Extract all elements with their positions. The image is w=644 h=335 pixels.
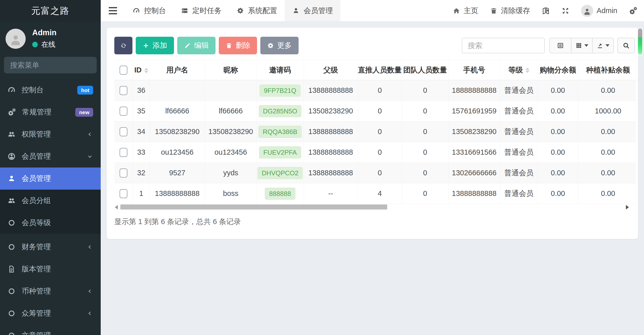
gear-icon: [267, 42, 274, 49]
cell-nickname: ou123456: [205, 142, 257, 163]
row-checkbox[interactable]: [120, 107, 127, 116]
cell-nickname: lf66666: [205, 101, 257, 121]
row-checkbox[interactable]: [120, 86, 127, 95]
table-row[interactable]: 1 13888888888 boss 888888 -- 4 0 1388888…: [114, 183, 636, 204]
delete-button[interactable]: 删除: [219, 37, 257, 54]
horizontal-scrollbar-thumb[interactable]: [120, 204, 387, 210]
tab-scheduled-tasks[interactable]: 定时任务: [173, 0, 229, 21]
sidebar-item-general[interactable]: 常规管理 new: [0, 101, 101, 123]
user-menu[interactable]: Admin: [581, 5, 617, 17]
home-link[interactable]: 主页: [453, 6, 478, 16]
brand-title: 元富之路: [0, 0, 101, 22]
scroll-right-arrow-icon[interactable]: [626, 205, 629, 210]
cell-phone: 15761691959: [448, 101, 500, 121]
edit-button[interactable]: 编辑: [177, 37, 216, 54]
sidebar-item-dashboard[interactable]: 控制台 hot: [0, 79, 101, 101]
column-header-direct-count: 直推人员数量: [358, 60, 402, 80]
sidebar-item-currencies[interactable]: 币种管理: [0, 280, 101, 302]
cell-plant-balance: 1000.00: [578, 101, 636, 121]
submenu-item-member-levels[interactable]: 会员等级: [0, 212, 101, 234]
cell-phone: 13316691566: [448, 142, 500, 163]
file-icon: [8, 265, 16, 273]
cell-shop-balance: 0.00: [538, 101, 578, 121]
row-checkbox[interactable]: [120, 189, 127, 198]
sidebar-item-finance[interactable]: 财务管理: [0, 236, 101, 258]
table-row[interactable]: 33 ou123456 ou123456 FUEV2PFA 1388888888…: [114, 142, 636, 163]
cell-id: 32: [133, 163, 150, 183]
refresh-button[interactable]: [114, 37, 132, 54]
caret-down-icon: [584, 44, 588, 47]
sidebar-item-articles[interactable]: 文章管理: [0, 324, 101, 335]
cell-phone: 18888888888: [448, 80, 500, 101]
column-header-level[interactable]: 等级: [500, 60, 538, 80]
cell-plant-balance: 0.00: [578, 163, 636, 183]
fullscreen-icon[interactable]: [561, 7, 569, 15]
cell-id: 35: [133, 101, 150, 121]
gear-icon: [237, 7, 244, 14]
search-icon: [622, 41, 630, 50]
submenu-item-member-management[interactable]: 会员管理: [0, 168, 101, 190]
sidebar-item-members[interactable]: 会员管理: [0, 145, 101, 168]
submenu-item-label: 会员分组: [22, 196, 51, 206]
column-header-parent: 父级: [304, 60, 358, 80]
sidebar-item-label: 文章管理: [22, 330, 51, 335]
tab-member-management[interactable]: 会员管理: [285, 0, 340, 21]
cell-username: 13888888888: [150, 183, 205, 204]
cogs-icon: [8, 108, 16, 116]
home-label: 主页: [464, 6, 478, 16]
circle-icon: [8, 243, 16, 251]
refresh-icon: [120, 42, 127, 49]
cell-direct: 0: [358, 101, 402, 121]
more-button[interactable]: 更多: [260, 37, 299, 54]
settings-cogs-icon[interactable]: [629, 7, 637, 15]
column-header-username: 用户名: [150, 60, 205, 80]
columns-button[interactable]: [571, 38, 592, 53]
invite-code-badge: FUEV2PFA: [259, 146, 301, 158]
table-toolbar: 添加 编辑 删除 更多: [114, 37, 635, 54]
sidebar-item-permissions[interactable]: 权限管理: [0, 123, 101, 145]
table-row[interactable]: 36 9FP7B21Q 13888888888 0 0 18888888888 …: [114, 80, 636, 101]
circle-icon: [8, 331, 16, 335]
table-search-input[interactable]: [462, 38, 545, 53]
table-header-row: ID 用户名 昵称 邀请码 父级 直推人员数量 团队人员数量 手机号 等级 购物…: [114, 60, 636, 80]
row-checkbox[interactable]: [120, 148, 127, 157]
user-icon: [8, 175, 16, 183]
select-all-checkbox[interactable]: [120, 66, 127, 75]
table-row[interactable]: 34 13508238290 13508238290 RQQA386B 1388…: [114, 121, 636, 142]
tab-system-config[interactable]: 系统配置: [229, 0, 285, 21]
advanced-search-button[interactable]: [617, 38, 635, 53]
tab-label: 会员管理: [304, 6, 333, 16]
row-checkbox[interactable]: [120, 127, 127, 136]
column-header-id[interactable]: ID: [133, 60, 150, 80]
language-icon[interactable]: [542, 7, 550, 15]
table-row[interactable]: 32 9527 yyds DHVQPCO2 13888888888 0 0 13…: [114, 163, 636, 183]
sidebar: 元富之路 Admin 在线 控制台 hot 常规管理 new: [0, 0, 101, 335]
export-icon: [596, 42, 603, 49]
scroll-left-arrow-icon[interactable]: [115, 205, 118, 210]
add-button[interactable]: 添加: [136, 37, 174, 54]
list-icon: [557, 42, 564, 49]
menu-search-input[interactable]: [10, 61, 101, 69]
tab-dashboard[interactable]: 控制台: [125, 0, 173, 21]
clear-cache-link[interactable]: 清除缓存: [490, 6, 530, 16]
table-row[interactable]: 35 lf66666 lf66666 DG285N5O 13508238290 …: [114, 101, 636, 121]
sidebar-item-crowdfunding[interactable]: 众筹管理: [0, 302, 101, 324]
sidebar-item-label: 控制台: [22, 85, 44, 95]
cell-username: 9527: [150, 163, 205, 183]
vertical-scrollbar-thumb[interactable]: [638, 28, 642, 55]
sidebar-item-versions[interactable]: 版本管理: [0, 258, 101, 280]
cell-direct: 0: [358, 121, 402, 142]
cell-parent: --: [304, 183, 358, 204]
more-button-label: 更多: [277, 40, 292, 51]
cell-team: 0: [402, 101, 448, 121]
export-button[interactable]: [592, 38, 613, 53]
avatar: [6, 29, 26, 49]
row-checkbox[interactable]: [120, 169, 127, 178]
cell-direct: 0: [358, 80, 402, 101]
submenu-item-member-groups[interactable]: 会员分组: [0, 190, 101, 212]
user-icon: [583, 8, 591, 16]
menu-toggle-icon[interactable]: [101, 0, 125, 21]
grid-icon: [575, 42, 582, 49]
sidebar-item-label: 众筹管理: [22, 308, 51, 318]
detail-view-button[interactable]: [550, 38, 571, 53]
